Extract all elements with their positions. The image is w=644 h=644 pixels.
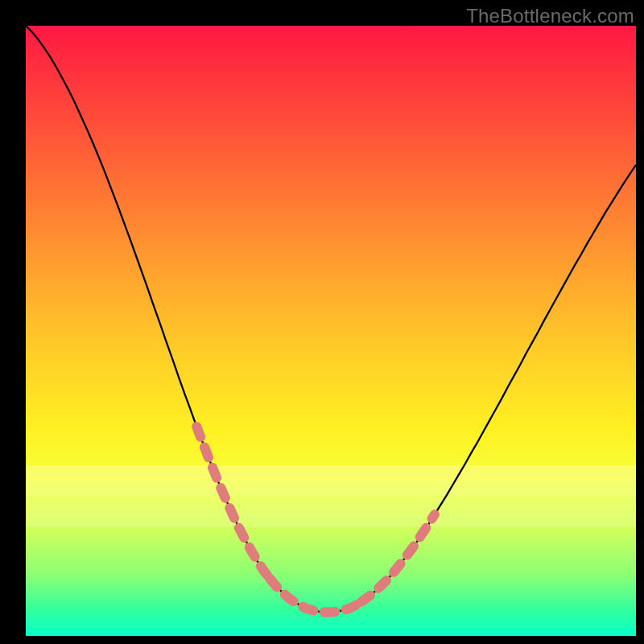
highlight-bottom <box>270 579 361 613</box>
bottleneck-curve-path <box>26 26 636 612</box>
highlight-left <box>196 427 270 579</box>
app-frame: TheBottleneck.com <box>0 0 644 644</box>
highlight-right <box>361 514 435 601</box>
plot-inner <box>26 26 636 636</box>
curve-svg <box>26 26 636 636</box>
watermark-text: TheBottleneck.com <box>466 5 634 27</box>
plot-area <box>26 26 636 636</box>
